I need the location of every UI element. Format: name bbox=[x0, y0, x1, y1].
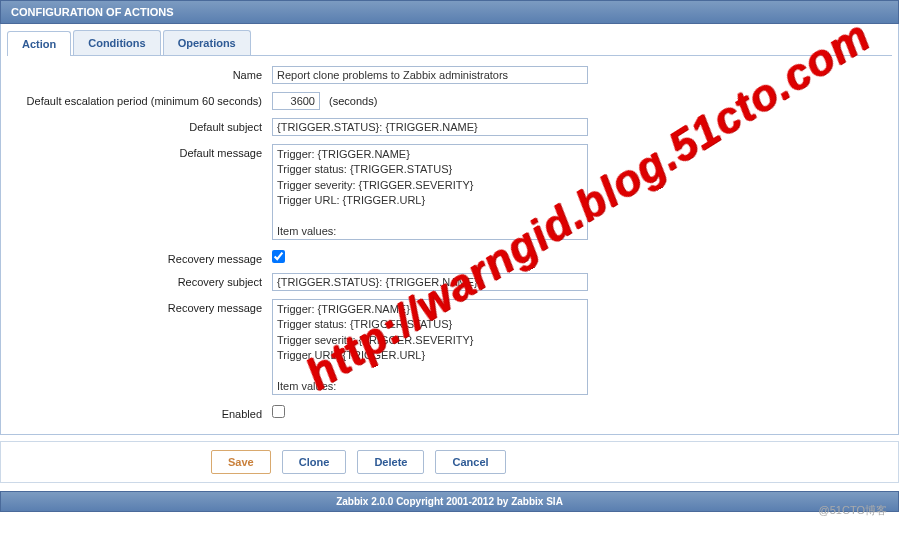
clone-button[interactable]: Clone bbox=[282, 450, 347, 474]
recovery-subject-input[interactable] bbox=[272, 273, 588, 291]
default-subject-input[interactable] bbox=[272, 118, 588, 136]
panel-body: Action Conditions Operations Name Defaul… bbox=[0, 24, 899, 435]
escalation-label: Default escalation period (minimum 60 se… bbox=[7, 92, 272, 107]
escalation-input[interactable] bbox=[272, 92, 320, 110]
tabs: Action Conditions Operations bbox=[7, 30, 892, 56]
name-label: Name bbox=[7, 66, 272, 81]
delete-button[interactable]: Delete bbox=[357, 450, 424, 474]
button-bar: Save Clone Delete Cancel bbox=[0, 441, 899, 483]
enabled-label: Enabled bbox=[7, 405, 272, 420]
tab-operations[interactable]: Operations bbox=[163, 30, 251, 55]
recovery-message-label: Recovery message bbox=[7, 299, 272, 314]
save-button[interactable]: Save bbox=[211, 450, 271, 474]
tab-action[interactable]: Action bbox=[7, 31, 71, 56]
enabled-checkbox[interactable] bbox=[272, 405, 285, 418]
tab-conditions[interactable]: Conditions bbox=[73, 30, 160, 55]
recovery-message-textarea[interactable] bbox=[272, 299, 588, 395]
name-input[interactable] bbox=[272, 66, 588, 84]
recovery-checkbox[interactable] bbox=[272, 250, 285, 263]
panel-title: CONFIGURATION OF ACTIONS bbox=[0, 0, 899, 24]
default-message-label: Default message bbox=[7, 144, 272, 159]
footer: Zabbix 2.0.0 Copyright 2001-2012 by Zabb… bbox=[0, 491, 899, 512]
recovery-checkbox-label: Recovery message bbox=[7, 250, 272, 265]
recovery-subject-label: Recovery subject bbox=[7, 273, 272, 288]
default-subject-label: Default subject bbox=[7, 118, 272, 133]
escalation-unit: (seconds) bbox=[329, 95, 377, 107]
cancel-button[interactable]: Cancel bbox=[435, 450, 505, 474]
default-message-textarea[interactable] bbox=[272, 144, 588, 240]
